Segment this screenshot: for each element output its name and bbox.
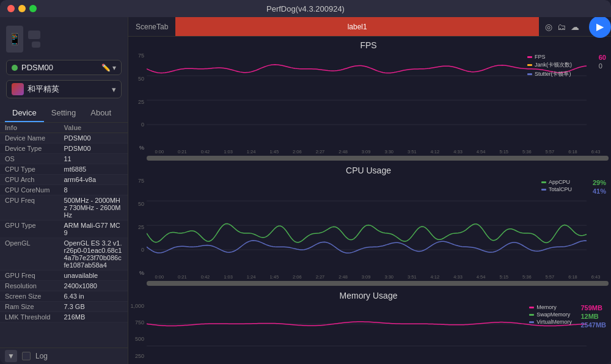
chart-values-1: 29% 41% xyxy=(593,179,606,195)
info-col-value: Value xyxy=(64,124,123,131)
play-button[interactable]: ▶ xyxy=(589,17,611,38)
close-button[interactable] xyxy=(7,5,15,12)
info-label: Device Name xyxy=(5,134,64,142)
legend-item: Memory xyxy=(529,304,572,310)
chart-svg-1 xyxy=(147,177,609,274)
y-unit: % xyxy=(139,145,144,151)
info-value: arm64-v8a xyxy=(64,176,123,183)
y-label: 750 xyxy=(135,319,144,326)
info-value: PDSM00 xyxy=(64,134,123,142)
info-value: OpenGL ES 3.2 v1.r26p0-01eac0.68c14a7b7e… xyxy=(64,239,123,269)
y-label: 25 xyxy=(138,224,144,230)
info-value: ARM Mali-G77 MC9 xyxy=(64,222,123,236)
app-name: 和平精英 xyxy=(27,84,59,95)
scrollbar-track-1[interactable] xyxy=(147,281,609,286)
chart-values-0: 60 0 xyxy=(599,54,606,70)
log-label: Log xyxy=(35,352,48,360)
y-label: 50 xyxy=(138,201,144,207)
table-row: CPU Freq500MHz - 2000MHz 730MHz - 2600MH… xyxy=(0,195,128,220)
info-label: GPU Type xyxy=(5,222,64,229)
window-title: PerfDog(v4.3.200924) xyxy=(266,4,345,13)
info-value: 2400x1080 xyxy=(64,282,123,289)
table-row: Device NamePDSM00 xyxy=(0,133,128,144)
x-axis-1: 0:000:210:421:031:241:452:062:272:483:09… xyxy=(147,274,609,280)
info-label: OS xyxy=(5,155,64,162)
legend-item: Stutter(卡顿率) xyxy=(527,70,572,78)
y-label: 50 xyxy=(138,76,144,82)
chart-inner-1: 0:000:210:421:031:241:452:062:272:483:09… xyxy=(147,177,609,287)
sidebar: 📱 PDSM00 ✏️ ▾ 和平精英 ▾ xyxy=(0,17,128,364)
info-value: PDSM00 xyxy=(64,145,123,152)
y-label: 500 xyxy=(135,336,144,342)
table-row: LMK Threshold216MB xyxy=(0,312,128,322)
y-label: 25 xyxy=(138,99,144,105)
scene-tab-icons: ◎ 🗂 ☁ xyxy=(539,22,585,32)
legend-item: SwapMemory xyxy=(529,311,572,318)
info-label: CPU Arch xyxy=(5,176,64,183)
app-selector-left: 和平精英 xyxy=(12,83,59,95)
device-selector[interactable]: PDSM00 ✏️ ▾ xyxy=(6,60,122,75)
log-checkbox[interactable] xyxy=(22,352,31,360)
info-label: Resolution xyxy=(5,282,64,289)
tab-setting[interactable]: Setting xyxy=(44,104,83,122)
info-value: 8 xyxy=(64,186,123,194)
info-label: Ram Size xyxy=(5,303,64,310)
table-row: Resolution2400x1080 xyxy=(0,281,128,291)
chart-y-axis-0: 7550250 % xyxy=(128,51,147,162)
device-name: PDSM00 xyxy=(21,63,53,72)
device-small-icon-2 xyxy=(32,42,40,48)
info-label: CPU Freq xyxy=(5,197,64,204)
chart-legend-0: FPS Jank(卡顿次数) Stutter(卡顿率) xyxy=(527,54,572,78)
tab-device[interactable]: Device xyxy=(5,104,44,122)
table-row: GPU Frequnavailable xyxy=(0,271,128,281)
table-row: Screen Size6.43 in xyxy=(0,291,128,302)
chart-panel-0: FPS 7550250 % 0:000:210:421:031:241:452:… xyxy=(128,37,609,162)
chart-legend-2: Memory SwapMemory VirtualMemory xyxy=(529,304,572,325)
chart-container-0: 7550250 % 0:000:210:421:031:241:452:062:… xyxy=(128,51,609,162)
folder-icon[interactable]: 🗂 xyxy=(557,22,566,32)
cloud-icon[interactable]: ☁ xyxy=(571,22,579,32)
chart-legend-1: AppCPU TotalCPU xyxy=(541,179,572,192)
scrollbar-track-0[interactable] xyxy=(147,156,609,161)
device-status-dot xyxy=(12,65,18,71)
table-row: CPU Archarm64-v8a xyxy=(0,175,128,185)
y-label: 75 xyxy=(138,53,144,59)
charts-area: FPS 7550250 % 0:000:210:421:031:241:452:… xyxy=(128,37,611,364)
sidebar-top: 📱 PDSM00 ✏️ ▾ 和平精英 ▾ xyxy=(0,17,128,104)
info-label: CPU Type xyxy=(5,166,64,173)
table-row: Device TypePDSM00 xyxy=(0,144,128,154)
app-dropdown-icon: ▾ xyxy=(112,85,116,94)
info-label: LMK Threshold xyxy=(5,313,64,321)
chart-y-axis-2: 1,0007505002500 MB xyxy=(128,302,147,364)
legend-item: TotalCPU xyxy=(541,186,572,192)
info-value: 216MB xyxy=(64,313,123,321)
main-layout: 📱 PDSM00 ✏️ ▾ 和平精英 ▾ xyxy=(0,17,611,364)
scrollbar-thumb-1[interactable] xyxy=(147,281,609,286)
minimize-button[interactable] xyxy=(18,5,26,12)
info-table-header: Info Value xyxy=(0,123,128,133)
scene-tab-bar: SceneTab label1 ◎ 🗂 ☁ ▶ xyxy=(128,17,611,37)
maximize-button[interactable] xyxy=(29,5,37,12)
info-col-label: Info xyxy=(5,124,64,131)
table-row: OpenGLOpenGL ES 3.2 v1.r26p0-01eac0.68c1… xyxy=(0,238,128,271)
y-label: 0 xyxy=(141,247,144,253)
chart-inner-0: 0:000:210:421:031:241:452:062:272:483:09… xyxy=(147,51,609,162)
tab-about[interactable]: About xyxy=(83,104,119,122)
scrollbar-thumb-0[interactable] xyxy=(147,156,609,161)
info-value: 11 xyxy=(64,155,123,162)
device-icons-area: 📱 xyxy=(6,23,122,55)
title-bar: PerfDog(v4.3.200924) xyxy=(0,0,611,17)
info-label: OpenGL xyxy=(5,239,64,247)
info-label: GPU Freq xyxy=(5,272,64,279)
info-value: 500MHz - 2000MHz 730MHz - 2600MHz xyxy=(64,197,123,219)
chart-panel-2: Memory Usage 1,0007505002500 MB 0:000:21… xyxy=(128,287,609,364)
chart-container-2: 1,0007505002500 MB 0:000:210:421:031:241… xyxy=(128,302,609,364)
legend-item: FPS xyxy=(527,54,572,60)
active-scene-label[interactable]: label1 xyxy=(175,17,539,36)
location-icon[interactable]: ◎ xyxy=(545,22,552,32)
chart-values-2: 759MB 12MB 2547MB xyxy=(580,304,606,329)
sidebar-bottom-bar: ▼ Log xyxy=(0,348,128,364)
chart-container-1: 7550250 % 0:000:210:421:031:241:452:062:… xyxy=(128,177,609,287)
app-selector[interactable]: 和平精英 ▾ xyxy=(6,80,122,98)
scroll-down-button[interactable]: ▼ xyxy=(5,350,17,362)
